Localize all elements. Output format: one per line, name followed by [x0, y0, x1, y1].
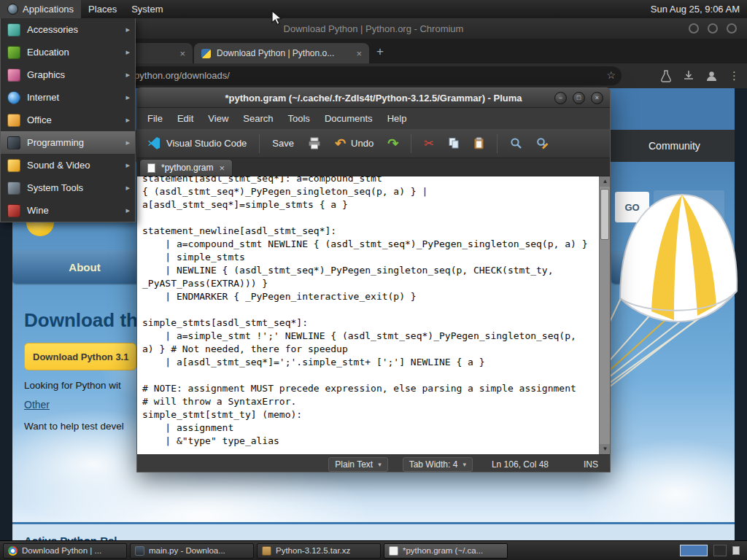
scrollbar-thumb[interactable]	[600, 189, 609, 240]
chevron-down-icon: ▾	[462, 461, 466, 468]
replace-button[interactable]	[530, 133, 554, 153]
wine-icon	[7, 204, 20, 217]
print-button[interactable]	[302, 133, 327, 153]
document-tab[interactable]: *python.gram ×	[139, 159, 233, 176]
workspace-2[interactable]	[713, 545, 727, 556]
submenu-arrow-icon: ▸	[125, 47, 130, 57]
minimize-button[interactable]	[689, 23, 699, 34]
tab-close-icon[interactable]: ×	[179, 48, 185, 59]
desktop: Download Python | Python.org - Chromium …	[0, 0, 747, 560]
menu-item-system-tools[interactable]: System Tools▸	[1, 176, 135, 199]
cut-button[interactable]: ✂	[418, 134, 439, 153]
menu-item-label: System Tools	[27, 182, 83, 193]
tab-close-icon[interactable]: ×	[356, 48, 362, 59]
maximize-button[interactable]	[708, 23, 718, 34]
download-python-button[interactable]: Download Python 3.1	[24, 343, 136, 370]
pluma-menu-help[interactable]: Help	[380, 110, 414, 127]
vscode-icon	[147, 136, 161, 150]
search-icon	[510, 137, 522, 149]
submenu-arrow-icon: ▸	[125, 138, 130, 147]
minimize-button[interactable]: −	[554, 92, 567, 104]
tab-width-dropdown[interactable]: Tab Width: 4 ▾	[403, 457, 473, 472]
scroll-up-arrow[interactable]: ▲	[600, 176, 610, 187]
taskbar-item-label: main.py - Downloa...	[149, 546, 225, 555]
pluma-menu-file[interactable]: File	[140, 110, 170, 127]
pluma-menu-view[interactable]: View	[201, 110, 236, 127]
other-link[interactable]: Other	[24, 399, 50, 411]
menu-item-graphics[interactable]: Graphics▸	[1, 63, 135, 86]
pluma-window: *python.gram (~/.cache/.fr-Zdls4t/Python…	[136, 88, 611, 472]
tab-close-icon[interactable]: ×	[219, 163, 225, 173]
menu-item-label: Education	[27, 47, 69, 58]
textfile-icon	[135, 546, 144, 556]
download-icon[interactable]	[683, 70, 694, 82]
internet-icon	[7, 91, 20, 104]
workspace-1[interactable]	[680, 545, 708, 556]
graphics-icon	[7, 69, 20, 82]
cursor-position: Ln 106, Col 48	[492, 459, 549, 470]
accessories-icon	[7, 23, 20, 36]
pluma-window-controls: − □ ×	[554, 92, 603, 104]
search-go-button[interactable]: GO	[615, 192, 649, 222]
taskbar-item-2[interactable]: main.py - Downloa...	[130, 543, 254, 559]
browser-menu-icon[interactable]: ⋮	[729, 69, 740, 82]
socialize-button[interactable]: Socialize	[654, 190, 724, 227]
places-menu-button[interactable]: Places	[81, 0, 124, 18]
pluma-menu-documents[interactable]: Documents	[317, 110, 380, 127]
vertical-scrollbar[interactable]: ▲ ▼	[599, 176, 610, 454]
new-tab-button[interactable]: +	[376, 44, 384, 59]
save-button[interactable]: Save	[266, 134, 300, 152]
tray-icon[interactable]	[732, 546, 740, 555]
events-nav-button[interactable]: Events	[611, 252, 722, 284]
code-content[interactable]: statement[asdl_stmt_seq*]: a=compound_st…	[137, 176, 599, 448]
panel-clock[interactable]: Sun Aug 25, 9:06 AM	[643, 4, 747, 15]
bookmark-star-icon[interactable]: ☆	[606, 69, 616, 81]
chromium-window-controls	[689, 23, 737, 34]
menu-item-accessories[interactable]: Accessories▸	[1, 18, 135, 41]
system-menu-button[interactable]: System	[124, 0, 170, 18]
find-button[interactable]	[504, 133, 528, 153]
flask-icon[interactable]	[660, 70, 672, 82]
copy-button[interactable]	[442, 133, 465, 153]
insert-mode-indicator: INS	[584, 459, 598, 470]
pluma-titlebar[interactable]: *python.gram (~/.cache/.fr-Zdls4t/Python…	[137, 88, 610, 108]
text-editing-area[interactable]: statement[asdl_stmt_seq*]: a=compound_st…	[137, 176, 610, 454]
submenu-arrow-icon: ▸	[125, 183, 130, 192]
pluma-menu-edit[interactable]: Edit	[170, 110, 201, 127]
close-button[interactable]	[727, 23, 737, 34]
taskbar-item-label: Download Python | ...	[22, 546, 101, 555]
redo-button[interactable]: ↷	[382, 133, 404, 154]
taskbar-item-4[interactable]: *python.gram (~/.ca...	[384, 543, 508, 559]
page-gutter-right	[735, 88, 747, 560]
workspace-switcher[interactable]	[680, 545, 740, 556]
close-button[interactable]: ×	[591, 92, 603, 104]
menu-item-sound-video[interactable]: Sound & Video▸	[1, 154, 135, 176]
menu-item-office[interactable]: Office▸	[1, 109, 135, 131]
menu-item-label: Wine	[27, 205, 49, 216]
pluma-menu-search[interactable]: Search	[236, 110, 280, 127]
about-nav-button[interactable]: About	[12, 250, 157, 284]
profile-avatar-icon[interactable]	[705, 70, 718, 82]
language-dropdown[interactable]: Plain Text ▾	[328, 457, 387, 472]
menu-item-internet[interactable]: Internet▸	[1, 86, 135, 109]
pluma-menu-tools[interactable]: Tools	[281, 110, 317, 127]
chromium-window-title: Download Python | Python.org - Chromium	[284, 23, 464, 34]
menu-item-programming[interactable]: Programming▸	[1, 131, 135, 154]
paste-button[interactable]	[468, 133, 490, 153]
menu-item-label: Sound & Video	[27, 160, 90, 171]
menu-item-education[interactable]: Education▸	[1, 41, 135, 63]
maximize-button[interactable]: □	[573, 92, 585, 104]
menu-item-wine[interactable]: Wine▸	[1, 199, 135, 222]
nav-community-link[interactable]: Community	[649, 140, 700, 152]
pluma-menubar: FileEditViewSearchToolsDocumentsHelp	[137, 108, 610, 129]
pluma-window-title: *python.gram (~/.cache/.fr-Zdls4t/Python…	[225, 93, 522, 104]
taskbar-item-label: *python.gram (~/.ca...	[403, 546, 483, 555]
printer-icon	[308, 137, 321, 149]
taskbar-item-3[interactable]: Python-3.12.5.tar.xz	[257, 543, 381, 559]
scroll-down-arrow[interactable]: ▼	[600, 444, 610, 454]
browser-tab-2[interactable]: Download Python | Python.o...×	[194, 43, 369, 63]
taskbar-item-1[interactable]: Download Python | ...	[3, 543, 127, 559]
applications-menu-button[interactable]: Applications	[0, 0, 81, 18]
open-in-vscode-button[interactable]: Visual Studio Code	[142, 133, 252, 154]
undo-button[interactable]: ↶ Undo	[329, 133, 379, 154]
